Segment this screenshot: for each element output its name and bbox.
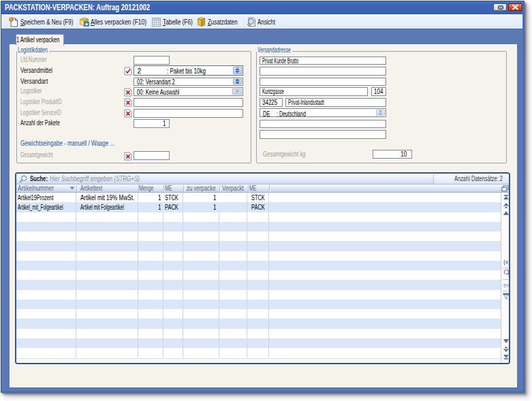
- svg-text:5%: 5%: [503, 283, 510, 287]
